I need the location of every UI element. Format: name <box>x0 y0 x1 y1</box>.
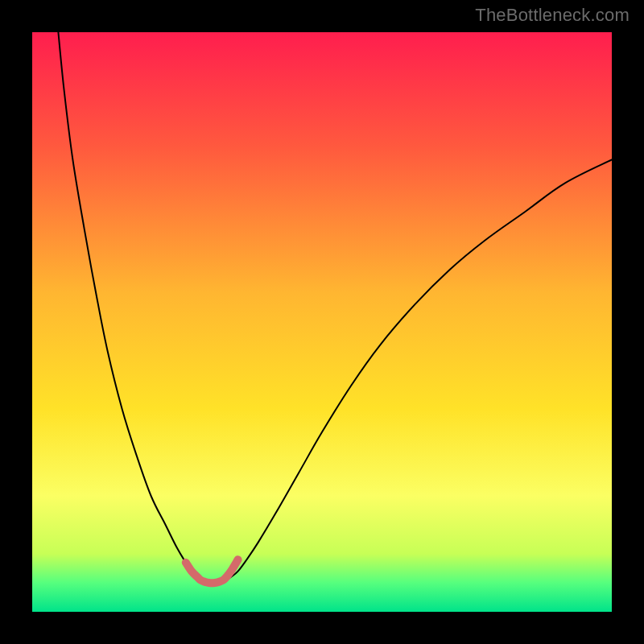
gradient-background <box>32 32 612 612</box>
attribution-text: TheBottleneck.com <box>475 5 630 26</box>
plot-area <box>32 32 612 612</box>
chart-frame: TheBottleneck.com <box>0 0 644 644</box>
bottleneck-chart <box>32 32 612 612</box>
